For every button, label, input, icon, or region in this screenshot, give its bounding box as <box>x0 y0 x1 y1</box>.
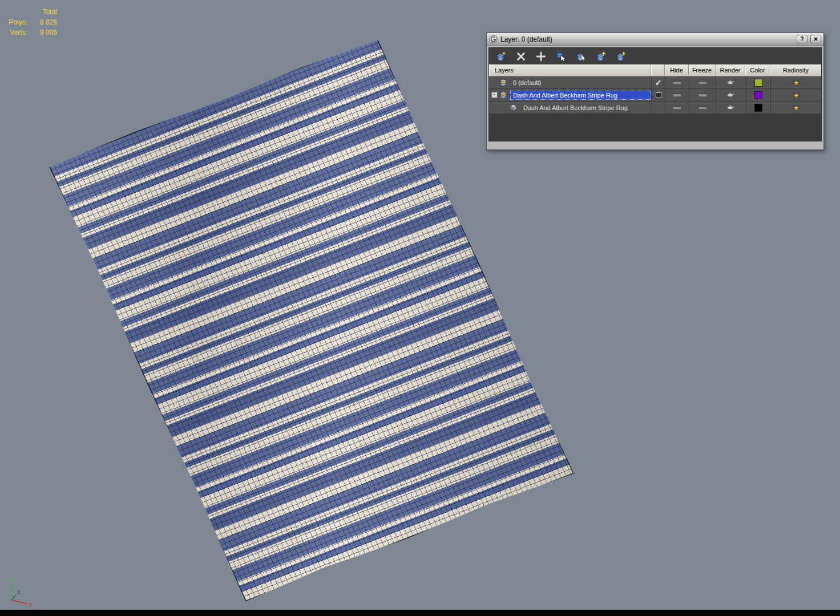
radiosity-lamp-icon <box>791 104 801 111</box>
column-header-current <box>651 64 665 76</box>
close-button[interactable]: ✕ <box>810 35 821 43</box>
radiosity-cell[interactable] <box>770 89 821 101</box>
color-cell[interactable] <box>745 89 770 101</box>
layer-row-default[interactable]: 0 (default) ✓ <box>489 76 821 89</box>
object-name-cell: Dash And Albert Beckham Stripe Rug <box>489 102 651 114</box>
render-cell[interactable] <box>716 89 745 101</box>
create-new-layer-icon[interactable] <box>495 50 507 63</box>
help-button[interactable]: ? <box>797 35 807 43</box>
grid-header: Layers Hide Freeze Render Color Radiosit… <box>489 64 821 76</box>
x-axis-line <box>11 600 27 604</box>
set-current-layer-box[interactable] <box>656 92 661 98</box>
teapot-render-icon <box>726 104 736 111</box>
stats-polys-row: Polys: 8 828 <box>5 17 57 27</box>
layer-manager-dialog: Layer: 0 (default) ? ✕ <box>486 33 824 150</box>
current-layer-cell[interactable] <box>651 89 665 101</box>
layer-color-swatch[interactable] <box>754 79 762 87</box>
layer-stack-icon <box>499 91 508 99</box>
stats-polys-value: 8 828 <box>32 17 57 27</box>
x-axis-label: x <box>29 601 32 607</box>
object-name[interactable]: Dash And Albert Beckham Stripe Rug <box>520 103 651 112</box>
layer-name-selected[interactable]: Dash And Albert Beckham Stripe Rug <box>510 91 651 100</box>
dialog-titlebar[interactable]: Layer: 0 (default) ? ✕ <box>487 33 823 46</box>
stats-verts-row: Verts: 9 005 <box>5 27 57 38</box>
stats-header-row: Total <box>5 7 57 17</box>
expander-gutter: - <box>489 92 499 98</box>
color-cell[interactable] <box>745 102 770 114</box>
column-header-color: Color <box>745 64 770 76</box>
layer-manager-app-icon <box>489 35 498 43</box>
layer-name-cell: 0 (default) <box>489 76 651 88</box>
stats-total-header: Total <box>32 7 57 17</box>
column-header-radiosity: Radiosity <box>770 64 821 76</box>
hide-cell[interactable] <box>665 76 689 88</box>
select-highlighted-objects-icon[interactable] <box>555 50 567 63</box>
z-axis-line <box>11 594 17 600</box>
color-cell[interactable] <box>745 76 770 88</box>
layer-stack-icon <box>499 78 508 87</box>
column-header-freeze: Freeze <box>689 64 716 76</box>
current-layer-check: ✓ <box>655 79 662 87</box>
layer-name[interactable]: 0 (default) <box>510 78 651 87</box>
collapse-layer-icon[interactable] <box>615 50 627 63</box>
hide-toggle-icon[interactable] <box>673 94 681 97</box>
stats-polys-label: Polys: <box>5 17 27 27</box>
radiosity-lamp-icon <box>791 91 801 99</box>
current-layer-cell <box>651 102 665 114</box>
freeze-toggle-icon[interactable] <box>698 81 707 84</box>
z-axis-label: z <box>18 589 21 595</box>
teapot-render-icon <box>726 92 736 98</box>
freeze-cell[interactable] <box>689 89 716 101</box>
collapse-expander-icon[interactable]: - <box>491 92 498 98</box>
hide-toggle-icon[interactable] <box>673 106 681 110</box>
highlight-selected-objects-layer-icon[interactable] <box>575 50 587 63</box>
layers-grid: Layers Hide Freeze Render Color Radiosit… <box>489 64 821 141</box>
freeze-toggle-icon[interactable] <box>698 106 707 110</box>
layer-toolbar <box>489 48 821 64</box>
column-header-hide: Hide <box>665 64 689 76</box>
stats-verts-value: 9 005 <box>32 27 57 38</box>
delete-empty-layer-icon[interactable] <box>515 50 527 63</box>
hide-toggle-icon[interactable] <box>673 81 681 84</box>
dialog-title: Layer: 0 (default) <box>500 35 794 43</box>
dialog-body: Layers Hide Freeze Render Color Radiosit… <box>488 47 822 141</box>
hide-cell[interactable] <box>665 89 689 101</box>
object-cube-icon <box>510 103 518 112</box>
object-color-swatch[interactable] <box>754 104 762 112</box>
current-layer-cell[interactable]: ✓ <box>651 76 665 88</box>
layer-row-rug[interactable]: - Dash And Albert Beckham St <box>489 89 821 102</box>
column-header-layers: Layers <box>489 64 651 76</box>
y-axis-label: Y <box>9 578 13 584</box>
radiosity-cell[interactable] <box>770 102 821 114</box>
bottom-bar <box>0 610 840 616</box>
object-row-rug[interactable]: Dash And Albert Beckham Stripe Rug <box>489 102 821 114</box>
stats-verts-label: Verts: <box>5 27 27 38</box>
render-cell[interactable] <box>716 102 745 114</box>
freeze-cell[interactable] <box>689 76 716 88</box>
add-selection-to-layer-icon[interactable] <box>535 50 547 63</box>
column-header-render: Render <box>716 64 745 76</box>
teapot-render-icon <box>726 79 736 86</box>
hide-cell[interactable] <box>665 102 689 114</box>
layer-color-swatch[interactable] <box>754 91 762 99</box>
freeze-toggle-icon[interactable] <box>698 94 707 97</box>
radiosity-cell[interactable] <box>770 76 821 88</box>
layer-rows: 0 (default) ✓ <box>489 76 821 141</box>
axis-tripod: Y x z <box>3 577 38 608</box>
scene-stats: Total Polys: 8 828 Verts: 9 005 <box>5 7 57 38</box>
render-cell[interactable] <box>716 76 745 88</box>
add-to-highlighted-layer-icon[interactable] <box>595 50 607 63</box>
stats-spacer <box>5 7 27 17</box>
layer-name-cell: - Dash And Albert Beckham St <box>489 89 651 101</box>
radiosity-lamp-icon <box>791 79 801 86</box>
freeze-cell[interactable] <box>689 102 716 114</box>
